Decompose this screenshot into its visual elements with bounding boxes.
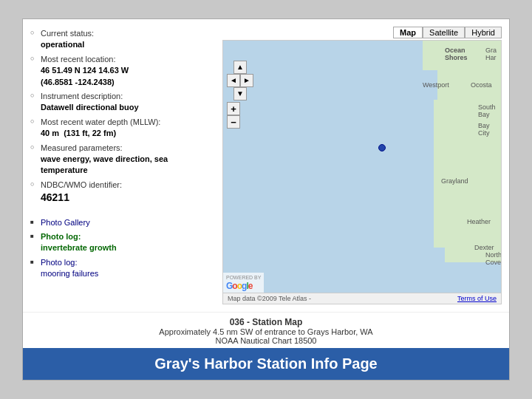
station-description: Approximately 4.5 nm SW of entrance to G…	[26, 327, 506, 336]
params-value: wave energy, wave direction, sea tempera…	[41, 154, 168, 174]
map-label-bay-city: Bay City	[478, 122, 501, 137]
photo-log-mooring-link[interactable]: Photo log:mooring failures	[41, 258, 98, 278]
depth-label: Most recent water depth (MLLW):	[41, 117, 160, 126]
bottom-info: 036 - Station Map Approximately 4.5 nm S…	[23, 312, 509, 348]
info-item-params: Measured parameters: wave energy, wave d…	[30, 141, 215, 178]
zoom-buttons: + −	[227, 102, 253, 129]
params-label: Measured parameters:	[41, 143, 123, 152]
google-logo: Google	[226, 281, 252, 291]
main-content: Current status: operational Most recent …	[23, 19, 509, 312]
map-type-buttons: Map Satellite Hybrid	[393, 27, 502, 38]
terms-of-use-link[interactable]: Terms of Use	[457, 295, 497, 302]
footer-title: Gray's Harbor Station Info Page	[154, 355, 377, 372]
map-nav-controls: ▲ ◄ ► ▼ + −	[227, 61, 253, 129]
map-wrapper: Map Satellite Hybrid ▲ ◄ ► ▼	[222, 27, 502, 304]
map-footer-bar: Map data ©2009 Tele Atlas - Terms of Use	[222, 293, 502, 304]
station-title: 036 - Station Map	[26, 317, 506, 327]
nav-left-button[interactable]: ◄	[227, 74, 240, 87]
nav-right-button[interactable]: ►	[240, 74, 253, 87]
info-item-instrument: Instrument description: Datawell directi…	[30, 89, 215, 115]
map-area-wrapper: ▲ ◄ ► ▼ + −	[222, 40, 502, 293]
satellite-button[interactable]: Satellite	[423, 27, 465, 38]
left-panel: Current status: operational Most recent …	[30, 27, 215, 304]
location-value: 46 51.49 N 124 14.63 W(46.8581 -124.2438…	[41, 66, 129, 86]
photo-gallery-link[interactable]: Photo Gallery	[41, 218, 90, 227]
map-label-westport: Westport	[423, 81, 449, 89]
map-label-gra: GraHar	[485, 47, 497, 61]
status-value: operational	[41, 40, 84, 49]
map-label-north-cove: North Cove	[485, 251, 502, 266]
station-marker	[378, 144, 386, 151]
footer-bar: Gray's Harbor Station Info Page	[23, 348, 509, 380]
depth-value: 40 m (131 ft, 22 fm)	[41, 129, 116, 137]
status-label: Current status:	[41, 29, 94, 38]
info-item-location: Most recent location: 46 51.49 N 124 14.…	[30, 52, 215, 89]
info-item-depth: Most recent water depth (MLLW): 40 m (13…	[30, 115, 215, 141]
wmo-value: 46211	[41, 191, 69, 203]
nav-down-button[interactable]: ▼	[233, 87, 247, 100]
instrument-label: Instrument description:	[41, 92, 123, 100]
powered-by-label: POWERED BY	[226, 275, 261, 280]
map-credits: Map data ©2009 Tele Atlas -	[228, 295, 311, 302]
map-label-dexter: Dexter	[474, 244, 494, 251]
zoom-in-button[interactable]: +	[227, 102, 240, 115]
hybrid-button[interactable]: Hybrid	[465, 27, 502, 38]
links-list: Photo Gallery Photo log:invertebrate gro…	[30, 216, 215, 282]
zoom-out-button[interactable]: −	[227, 115, 240, 129]
info-item-status: Current status: operational	[30, 27, 215, 52]
station-chart: NOAA Nautical Chart 18500	[26, 336, 506, 345]
wmo-label: NDBC/WMO identifier:	[41, 180, 122, 189]
land-mass-7	[485, 159, 502, 218]
link-photo-log-invertebrate[interactable]: Photo log:invertebrate growth	[30, 230, 215, 256]
map-image: OceanShores GraHar Westport Ocosta South…	[222, 40, 502, 293]
instrument-value: Datawell directional buoy	[41, 103, 139, 112]
map-label-south-bay: South Bay	[478, 103, 501, 118]
photo-log-invertebrate-link[interactable]: Photo log:invertebrate growth	[41, 232, 117, 252]
nav-up-button[interactable]: ▲	[233, 61, 247, 74]
slide-container: Current status: operational Most recent …	[22, 18, 510, 381]
map-button[interactable]: Map	[393, 27, 423, 38]
link-photo-gallery[interactable]: Photo Gallery	[30, 216, 215, 230]
map-label-ocosta: Ocosta	[471, 81, 492, 89]
map-label-grayland: Grayland	[441, 177, 468, 185]
powered-by-area: POWERED BY Google	[223, 273, 264, 293]
info-item-wmo: NDBC/WMO identifier: 46211	[30, 178, 215, 207]
map-label-heather: Heather	[467, 218, 491, 225]
map-image-inner: OceanShores GraHar Westport Ocosta South…	[223, 41, 501, 293]
map-label-ocean-shores: OceanShores	[445, 47, 468, 61]
info-list: Current status: operational Most recent …	[30, 27, 215, 207]
location-label: Most recent location:	[41, 55, 116, 64]
link-photo-log-mooring[interactable]: Photo log:mooring failures	[30, 256, 215, 282]
